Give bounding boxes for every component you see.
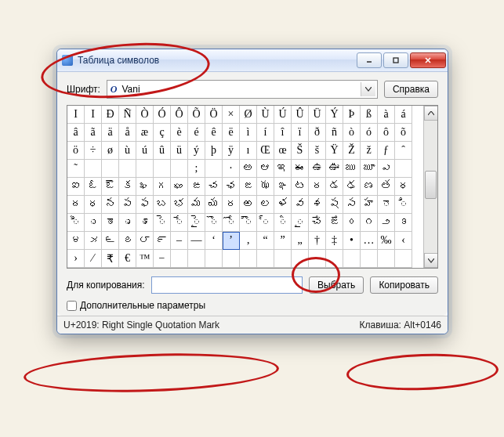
grid-cell[interactable]: ë bbox=[223, 124, 240, 142]
grid-cell[interactable]: ‚ bbox=[240, 232, 257, 250]
grid-cell[interactable]: ట bbox=[292, 178, 309, 196]
titlebar[interactable]: Таблица символов bbox=[57, 49, 448, 72]
grid-cell[interactable]: ó bbox=[361, 124, 378, 142]
grid-cell[interactable]: † bbox=[309, 232, 326, 250]
grid-cell[interactable]: ౯ bbox=[154, 232, 171, 250]
grid-cell[interactable]: ఓ bbox=[85, 178, 102, 196]
grid-cell[interactable]: ్ bbox=[257, 214, 274, 232]
grid-cell[interactable]: ే bbox=[171, 214, 188, 232]
grid-cell[interactable]: ఇ bbox=[274, 160, 292, 178]
grid-cell[interactable]: ƒ bbox=[378, 142, 395, 160]
grid-cell[interactable]: ఛ bbox=[223, 178, 240, 196]
scroll-down-button[interactable] bbox=[424, 253, 437, 268]
grid-cell[interactable]: మ bbox=[188, 196, 205, 214]
grid-cell[interactable]: Ÿ bbox=[326, 142, 343, 160]
maximize-button[interactable] bbox=[383, 52, 408, 68]
grid-cell[interactable]: ’ bbox=[223, 232, 240, 250]
grid-cell[interactable]: ñ bbox=[326, 124, 343, 142]
grid-cell[interactable]: ï bbox=[292, 124, 309, 142]
grid-cell[interactable] bbox=[343, 250, 361, 268]
help-button[interactable]: Справка bbox=[384, 81, 438, 98]
grid-cell[interactable]: య bbox=[205, 196, 223, 214]
grid-cell[interactable]: ‰ bbox=[378, 232, 395, 250]
grid-cell[interactable]: € bbox=[119, 250, 136, 268]
grid-cell[interactable]: ౧ bbox=[361, 214, 378, 232]
grid-cell[interactable]: ; bbox=[188, 160, 205, 178]
grid-cell[interactable]: ఘ bbox=[171, 178, 188, 196]
grid-cell[interactable]: Ü bbox=[309, 106, 326, 124]
grid-cell[interactable]: þ bbox=[205, 142, 223, 160]
grid-cell[interactable]: ò bbox=[343, 124, 361, 142]
grid-cell[interactable]: ô bbox=[378, 124, 395, 142]
grid-cell[interactable]: ఢ bbox=[343, 178, 361, 196]
grid-cell[interactable] bbox=[395, 250, 412, 268]
grid-cell[interactable]: Ò bbox=[136, 106, 154, 124]
grid-cell[interactable]: ₹ bbox=[102, 250, 119, 268]
select-button[interactable]: Выбрать bbox=[309, 276, 364, 294]
grid-cell[interactable]: వ bbox=[292, 196, 309, 214]
grid-cell[interactable]: Œ bbox=[257, 142, 274, 160]
grid-cell[interactable] bbox=[240, 250, 257, 268]
minimize-button[interactable] bbox=[357, 52, 382, 68]
grid-cell[interactable]: ü bbox=[171, 142, 188, 160]
grid-cell[interactable]: Ž bbox=[343, 142, 361, 160]
grid-cell[interactable] bbox=[102, 160, 119, 178]
font-select[interactable]: O Vani bbox=[107, 80, 378, 99]
grid-cell[interactable]: ె bbox=[154, 214, 171, 232]
grid-cell[interactable]: ê bbox=[205, 124, 223, 142]
grid-cell[interactable]: జ bbox=[240, 178, 257, 196]
grid-cell[interactable]: ఎ bbox=[378, 160, 395, 178]
grid-cell[interactable]: à bbox=[378, 106, 395, 124]
grid-cell[interactable]: గ bbox=[154, 178, 171, 196]
grid-cell[interactable] bbox=[188, 250, 205, 268]
grid-cell[interactable]: œ bbox=[274, 142, 292, 160]
grid-cell[interactable]: భ bbox=[171, 196, 188, 214]
grid-cell[interactable]: î bbox=[274, 124, 292, 142]
grid-cell[interactable]: ౦ bbox=[343, 214, 361, 232]
grid-cell[interactable]: ˜ bbox=[67, 160, 85, 178]
grid-cell[interactable]: త bbox=[378, 178, 395, 196]
grid-cell[interactable]: ౕ bbox=[274, 214, 292, 232]
grid-cell[interactable]: ఔ bbox=[102, 178, 119, 196]
grid-cell[interactable]: ప bbox=[119, 196, 136, 214]
grid-cell[interactable]: ద bbox=[67, 196, 85, 214]
grid-cell[interactable]: Ó bbox=[154, 106, 171, 124]
grid-cell[interactable]: ‡ bbox=[326, 232, 343, 250]
grid-cell[interactable]: Ñ bbox=[119, 106, 136, 124]
grid-cell[interactable] bbox=[309, 250, 326, 268]
grid-cell[interactable]: క bbox=[119, 178, 136, 196]
grid-cell[interactable]: ు bbox=[85, 214, 102, 232]
grid-cell[interactable]: ä bbox=[102, 124, 119, 142]
grid-cell[interactable]: ఖ bbox=[136, 178, 154, 196]
grid-cell[interactable]: ã bbox=[85, 124, 102, 142]
grid-cell[interactable]: ı bbox=[240, 142, 257, 160]
grid-cell[interactable]: అ bbox=[240, 160, 257, 178]
grid-cell[interactable]: Þ bbox=[343, 106, 361, 124]
grid-cell[interactable]: ఙ bbox=[188, 178, 205, 196]
grid-cell[interactable]: Ù bbox=[257, 106, 274, 124]
grid-cell[interactable]: ౙ bbox=[326, 214, 343, 232]
grid-cell[interactable] bbox=[292, 250, 309, 268]
grid-cell[interactable]: ⁄ bbox=[85, 250, 102, 268]
grid-cell[interactable]: û bbox=[154, 142, 171, 160]
grid-cell[interactable] bbox=[205, 250, 223, 268]
grid-cell[interactable]: ఞ bbox=[274, 178, 292, 196]
grid-cell[interactable]: శ bbox=[309, 196, 326, 214]
grid-cell[interactable]: ç bbox=[154, 124, 171, 142]
grid-cell[interactable]: హ bbox=[361, 196, 378, 214]
grid-cell[interactable]: Û bbox=[292, 106, 309, 124]
chevron-down-icon[interactable] bbox=[361, 82, 375, 96]
grid-cell[interactable]: ౠ bbox=[361, 160, 378, 178]
grid-cell[interactable]: స bbox=[343, 196, 361, 214]
grid-cell[interactable]: ఊ bbox=[326, 160, 343, 178]
grid-cell[interactable]: Ø bbox=[240, 106, 257, 124]
grid-cell[interactable] bbox=[171, 160, 188, 178]
grid-cell[interactable]: ˆ bbox=[395, 142, 412, 160]
scroll-track[interactable] bbox=[424, 121, 437, 253]
copy-button[interactable]: Копировать bbox=[370, 276, 438, 294]
grid-cell[interactable]: ù bbox=[119, 142, 136, 160]
grid-cell[interactable]: Đ bbox=[102, 106, 119, 124]
grid-cell[interactable] bbox=[136, 160, 154, 178]
grid-cell[interactable]: š bbox=[309, 142, 326, 160]
grid-cell[interactable]: Õ bbox=[188, 106, 205, 124]
